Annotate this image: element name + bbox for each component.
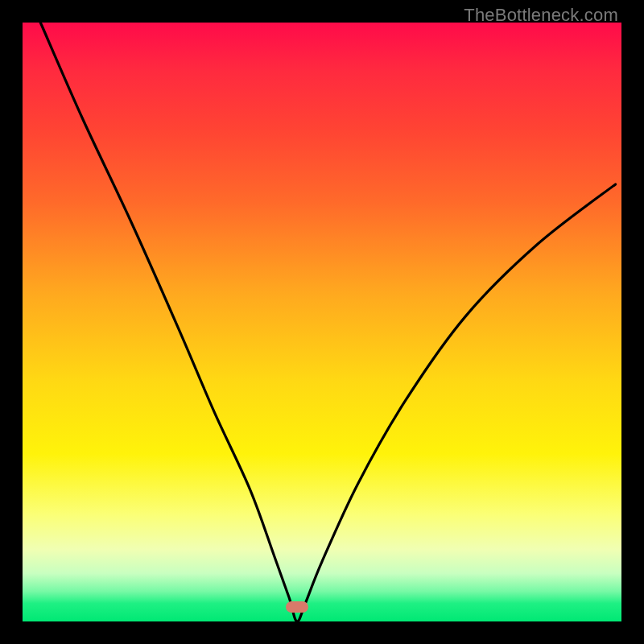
bottleneck-curve [23, 23, 621, 621]
minimum-marker [286, 601, 308, 613]
attribution-text: TheBottleneck.com [464, 5, 618, 26]
chart-frame: TheBottleneck.com [0, 0, 644, 644]
plot-area [23, 23, 621, 621]
